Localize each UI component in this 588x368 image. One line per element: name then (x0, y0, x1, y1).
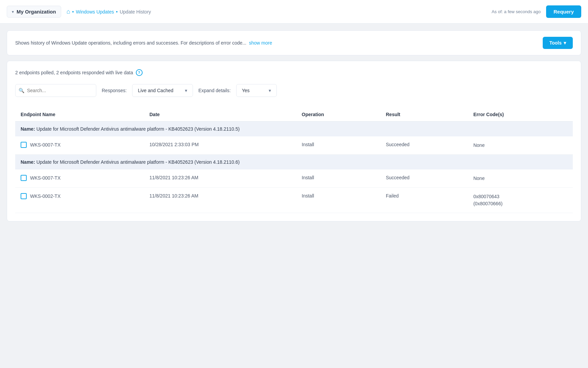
operation-cell: Install (296, 136, 381, 155)
endpoint-name-value: WKS-0002-TX (30, 193, 60, 199)
tools-chevron-icon: ▾ (564, 40, 566, 46)
row-checkbox[interactable] (21, 142, 27, 148)
table-body: Name: Update for Microsoft Defender Anti… (15, 122, 573, 213)
row-checkbox[interactable] (21, 193, 27, 199)
breadcrumb: ⌂ • Windows Updates • Update History (67, 8, 151, 15)
table-row: WKS-0002-TX11/8/2021 10:23:26 AMInstallF… (15, 188, 573, 213)
data-table: Endpoint Name Date Operation Result Erro… (15, 108, 573, 213)
endpoints-status: 2 endpoints polled, 2 endpoints responde… (15, 69, 573, 76)
col-result: Result (381, 108, 468, 122)
col-operation: Operation (296, 108, 381, 122)
expand-chevron-icon: ▾ (269, 88, 271, 93)
breadcrumb-update-history: Update History (120, 9, 151, 15)
table-container: 2 endpoints polled, 2 endpoints responde… (7, 61, 581, 221)
breadcrumb-windows-updates[interactable]: Windows Updates (76, 9, 114, 15)
table-row: WKS-0007-TX11/8/2021 10:23:26 AMInstallS… (15, 169, 573, 188)
group-name-label: Name: (21, 126, 35, 132)
error-codes-cell: None (468, 136, 573, 155)
group-name-cell: Name: Update for Microsoft Defender Anti… (15, 122, 573, 137)
show-more-link[interactable]: show more (249, 40, 272, 46)
page-header: ▾ My Organization ⌂ • Windows Updates • … (0, 0, 588, 24)
endpoint-name-value: WKS-0007-TX (30, 175, 60, 181)
org-selector[interactable]: ▾ My Organization (7, 6, 61, 18)
responses-label: Responses: (102, 88, 127, 93)
expand-value: Yes (242, 88, 250, 93)
col-error-codes: Error Code(s) (468, 108, 573, 122)
requery-button[interactable]: Requery (546, 5, 581, 18)
search-input[interactable] (15, 84, 96, 97)
operation-cell: Install (296, 169, 381, 188)
operation-cell: Install (296, 188, 381, 213)
col-endpoint-name: Endpoint Name (15, 108, 144, 122)
table-group-row: Name: Update for Microsoft Defender Anti… (15, 122, 573, 137)
tools-button[interactable]: Tools ▾ (543, 37, 573, 49)
date-cell: 11/8/2021 10:23:26 AM (144, 169, 296, 188)
expand-label: Expand details: (198, 88, 231, 93)
table-row: WKS-0007-TX10/28/2021 2:33:03 PMInstallS… (15, 136, 573, 155)
breadcrumb-sep-1: • (72, 9, 74, 15)
table-header: Endpoint Name Date Operation Result Erro… (15, 108, 573, 122)
row-checkbox[interactable] (21, 175, 27, 181)
result-cell: Succeeded (381, 136, 468, 155)
group-name-label: Name: (21, 159, 35, 165)
endpoints-status-text: 2 endpoints polled, 2 endpoints responde… (15, 70, 133, 75)
responses-value: Live and Cached (138, 88, 173, 93)
filters-row: 🔍 Responses: Live and Cached ▾ Expand de… (15, 84, 573, 97)
main-content: Shows history of Windows Update operatio… (0, 24, 588, 228)
endpoint-name-value: WKS-0007-TX (30, 142, 60, 148)
group-name-cell: Name: Update for Microsoft Defender Anti… (15, 155, 573, 170)
home-icon[interactable]: ⌂ (67, 8, 70, 15)
result-cell: Failed (381, 188, 468, 213)
info-description: Shows history of Windows Update operatio… (15, 40, 272, 46)
endpoint-name-cell: WKS-0007-TX (15, 136, 144, 155)
breadcrumb-sep-2: • (116, 9, 118, 15)
error-codes-cell: 0x80070643(0x80070666) (468, 188, 573, 213)
search-icon: 🔍 (19, 88, 24, 93)
result-cell: Succeeded (381, 169, 468, 188)
endpoint-name-cell: WKS-0002-TX (15, 188, 144, 213)
date-cell: 10/28/2021 2:33:03 PM (144, 136, 296, 155)
tools-label: Tools (549, 40, 562, 46)
table-group-row: Name: Update for Microsoft Defender Anti… (15, 155, 573, 170)
header-right: As of: a few seconds ago Requery (492, 5, 581, 18)
org-name-label: My Organization (17, 9, 56, 15)
responses-select[interactable]: Live and Cached ▾ (132, 84, 193, 97)
help-icon[interactable]: ? (136, 69, 143, 76)
responses-chevron-icon: ▾ (185, 88, 187, 93)
info-bar: Shows history of Windows Update operatio… (7, 30, 581, 55)
error-codes-cell: None (468, 169, 573, 188)
org-chevron-icon: ▾ (12, 9, 14, 14)
table-header-row: Endpoint Name Date Operation Result Erro… (15, 108, 573, 122)
col-date: Date (144, 108, 296, 122)
expand-select[interactable]: Yes ▾ (236, 84, 277, 97)
as-of-text: As of: a few seconds ago (492, 9, 541, 14)
date-cell: 11/8/2021 10:23:26 AM (144, 188, 296, 213)
endpoint-name-cell: WKS-0007-TX (15, 169, 144, 188)
search-wrap: 🔍 (15, 84, 96, 97)
